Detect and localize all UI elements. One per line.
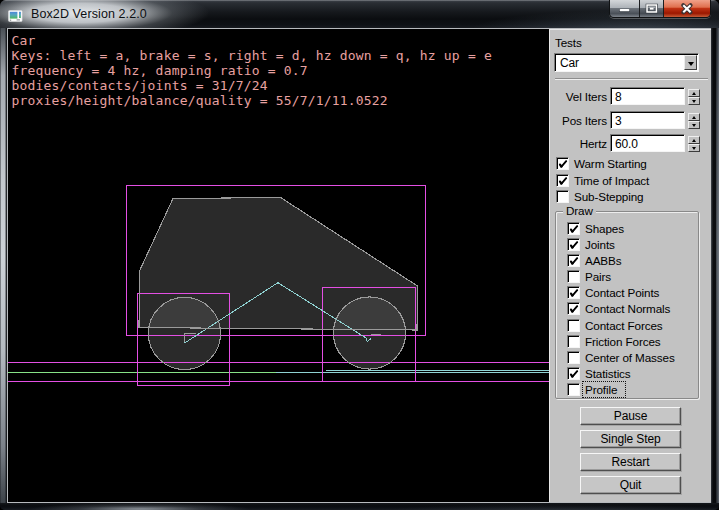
tests-dropdown-button[interactable] bbox=[684, 55, 697, 70]
app-window: Box2D Version 2.2.0 CarKeys: left = a, b… bbox=[0, 0, 719, 510]
window-border-left bbox=[0, 28, 7, 503]
checkbox-box[interactable] bbox=[567, 254, 580, 267]
checkbox-label: Friction Forces bbox=[585, 335, 660, 348]
checkbox-sub-stepping[interactable]: Sub-Stepping bbox=[550, 190, 710, 204]
draw-group-title: Draw bbox=[563, 204, 596, 217]
arrow-down-icon bbox=[692, 100, 696, 103]
tests-dropdown[interactable]: Car bbox=[554, 53, 699, 72]
vel-iters-spinner bbox=[688, 89, 700, 105]
checkbox-box[interactable] bbox=[567, 302, 580, 315]
checkbox-shapes[interactable]: Shapes bbox=[550, 222, 700, 236]
arrow-up-icon bbox=[692, 116, 696, 119]
quit-button[interactable]: Quit bbox=[580, 476, 681, 494]
checkbox-label: Contact Forces bbox=[585, 319, 663, 332]
minimize-button[interactable] bbox=[610, 0, 639, 17]
checkbox-label: Contact Points bbox=[585, 286, 659, 299]
pos-iters-value: 3 bbox=[615, 114, 622, 128]
simulation-canvas[interactable]: CarKeys: left = a, brake = s, right = d,… bbox=[8, 29, 549, 502]
checkbox-box[interactable] bbox=[567, 238, 580, 251]
single-step-button[interactable]: Single Step bbox=[580, 430, 681, 448]
checkbox-box[interactable] bbox=[567, 383, 580, 396]
checkbox-box[interactable] bbox=[567, 319, 580, 332]
checkbox-box[interactable] bbox=[567, 222, 580, 235]
separator bbox=[555, 78, 708, 80]
checkbox-label: Pairs bbox=[585, 270, 611, 283]
checkbox-box[interactable] bbox=[567, 335, 580, 348]
hertz-spinner bbox=[688, 136, 700, 152]
debug-text-line: Keys: left = a, brake = s, right = d, hz… bbox=[12, 48, 492, 63]
client-area: CarKeys: left = a, brake = s, right = d,… bbox=[7, 28, 711, 503]
checkbox-friction-forces[interactable]: Friction Forces bbox=[550, 335, 700, 349]
hertz-down-button[interactable] bbox=[688, 144, 700, 152]
checkbox-box[interactable] bbox=[567, 367, 580, 380]
caption-buttons bbox=[609, 0, 711, 18]
checkbox-label: Sub-Stepping bbox=[574, 190, 643, 203]
checkbox-statistics[interactable]: Statistics bbox=[550, 367, 700, 381]
pos-iters-up-button[interactable] bbox=[688, 113, 700, 121]
titlebar[interactable]: Box2D Version 2.2.0 bbox=[0, 0, 719, 28]
maximize-icon bbox=[640, 0, 664, 17]
vel-iters-field[interactable]: 8 bbox=[610, 87, 685, 105]
checkbox-label: Contact Normals bbox=[585, 302, 670, 315]
checkbox-contact-points[interactable]: Contact Points bbox=[550, 286, 700, 300]
checkbox-aabbs[interactable]: AABBs bbox=[550, 254, 700, 268]
hertz-value: 60.0 bbox=[615, 137, 638, 151]
hertz-field[interactable]: 60.0 bbox=[610, 134, 685, 152]
debug-text-line: bodies/contacts/joints = 31/7/24 bbox=[12, 78, 268, 93]
checkbox-box[interactable] bbox=[567, 286, 580, 299]
checkbox-label: Center of Masses bbox=[585, 351, 675, 364]
close-button[interactable] bbox=[664, 0, 710, 17]
vel-iters-up-button[interactable] bbox=[688, 89, 700, 97]
vel-iters-down-button[interactable] bbox=[688, 97, 700, 105]
arrow-down-icon bbox=[692, 147, 696, 150]
checkbox-box[interactable] bbox=[556, 190, 569, 203]
focus-rect bbox=[582, 381, 626, 398]
chevron-down-icon bbox=[688, 62, 694, 66]
checkbox-joints[interactable]: Joints bbox=[550, 238, 700, 252]
pos-iters-down-button[interactable] bbox=[688, 121, 700, 129]
window-border-right bbox=[711, 28, 719, 503]
glui-panel: Tests Car Vel Iters 8 Pos Iters 3 Hertz … bbox=[549, 29, 711, 502]
arrow-up-icon bbox=[692, 139, 696, 142]
pos-iters-spinner bbox=[688, 113, 700, 129]
hertz-up-button[interactable] bbox=[688, 136, 700, 144]
debug-draw-scene: CarKeys: left = a, brake = s, right = d,… bbox=[8, 29, 549, 502]
checkbox-time-of-impact[interactable]: Time of Impact bbox=[550, 174, 710, 188]
pos-iters-field[interactable]: 3 bbox=[610, 111, 685, 129]
close-icon bbox=[664, 0, 710, 17]
pause-button[interactable]: Pause bbox=[580, 407, 681, 425]
checkbox-contact-forces[interactable]: Contact Forces bbox=[550, 319, 700, 333]
hertz-label: Hertz bbox=[550, 137, 607, 150]
checkbox-label: Time of Impact bbox=[574, 174, 649, 187]
checkbox-contact-normals[interactable]: Contact Normals bbox=[550, 302, 700, 316]
restart-button[interactable]: Restart bbox=[580, 453, 681, 471]
debug-text-line: proxies/height/balance/quality = 55/7/1/… bbox=[12, 93, 388, 108]
arrow-up-icon bbox=[692, 92, 696, 95]
checkbox-warm-starting[interactable]: Warm Starting bbox=[550, 157, 710, 171]
app-icon bbox=[8, 8, 23, 20]
checkbox-box[interactable] bbox=[567, 351, 580, 364]
tests-label: Tests bbox=[555, 36, 582, 49]
checkbox-label: Shapes bbox=[585, 222, 624, 235]
debug-text-line: frequency = 4 hz, damping ratio = 0.7 bbox=[12, 63, 308, 78]
window-title: Box2D Version 2.2.0 bbox=[31, 7, 147, 21]
checkbox-box[interactable] bbox=[556, 174, 569, 187]
checkbox-box[interactable] bbox=[567, 270, 580, 283]
vel-iters-value: 8 bbox=[615, 90, 622, 104]
checkbox-label: Warm Starting bbox=[574, 157, 647, 170]
vel-iters-label: Vel Iters bbox=[550, 90, 607, 103]
arrow-down-icon bbox=[692, 124, 696, 127]
tests-dropdown-value: Car bbox=[560, 56, 579, 70]
window-border-bottom bbox=[0, 503, 719, 510]
checkbox-center-of-masses[interactable]: Center of Masses bbox=[550, 351, 700, 365]
minimize-icon bbox=[610, 0, 639, 17]
checkbox-label: Joints bbox=[585, 238, 615, 251]
checkbox-label: Statistics bbox=[585, 367, 631, 380]
checkbox-profile[interactable]: Profile bbox=[550, 383, 700, 397]
pos-iters-label: Pos Iters bbox=[550, 114, 607, 127]
checkbox-box[interactable] bbox=[556, 157, 569, 170]
debug-text-line: Car bbox=[12, 33, 36, 48]
maximize-button[interactable] bbox=[639, 0, 665, 17]
checkbox-label: AABBs bbox=[585, 254, 621, 267]
checkbox-pairs[interactable]: Pairs bbox=[550, 270, 700, 284]
